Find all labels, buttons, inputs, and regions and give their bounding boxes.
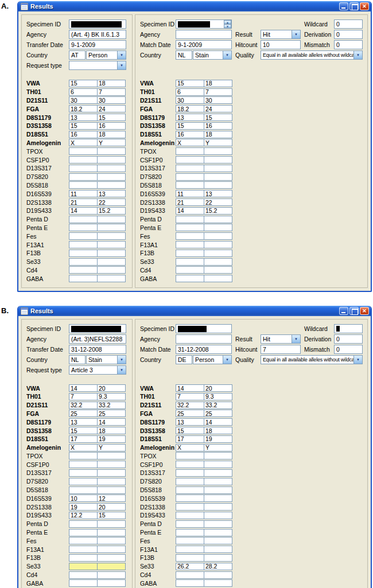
allele-field[interactable] — [176, 181, 204, 189]
allele-field[interactable] — [204, 478, 232, 485]
country-kind-dropdown[interactable]: Stain ▼ — [193, 50, 232, 60]
allele-field[interactable]: 14 — [69, 384, 98, 392]
mismatch-field[interactable]: 0 — [334, 40, 363, 49]
allele-field[interactable] — [97, 478, 126, 485]
allele-field[interactable] — [69, 156, 98, 163]
allele-field[interactable] — [204, 486, 232, 494]
allele-field[interactable] — [176, 537, 204, 544]
allele-field[interactable]: Y — [97, 444, 126, 451]
quality-dropdown[interactable]: Equal in all available alleles without w… — [261, 50, 363, 60]
allele-field[interactable] — [204, 165, 232, 172]
allele-field[interactable]: 6 — [69, 88, 98, 96]
allele-field[interactable] — [97, 537, 126, 544]
allele-field[interactable] — [97, 461, 126, 468]
allele-field[interactable]: X — [176, 139, 204, 146]
allele-field[interactable]: 14 — [69, 207, 98, 215]
wildcard-field[interactable]: 0 — [334, 20, 363, 29]
allele-field[interactable]: 10 — [69, 494, 98, 502]
specimen-id-field[interactable] — [69, 324, 126, 333]
allele-field[interactable]: 15 — [97, 114, 126, 121]
allele-field[interactable]: 15 — [69, 80, 98, 87]
country-code-field[interactable]: DE — [176, 355, 192, 364]
allele-field[interactable] — [97, 469, 126, 477]
allele-field[interactable]: 18 — [97, 427, 126, 434]
allele-field[interactable]: 14 — [176, 207, 204, 215]
allele-field[interactable]: 15 — [69, 122, 98, 130]
allele-field[interactable] — [97, 571, 126, 579]
allele-field[interactable] — [204, 554, 232, 562]
allele-field[interactable] — [69, 520, 98, 528]
allele-field[interactable] — [176, 147, 204, 155]
allele-field[interactable] — [176, 469, 204, 477]
allele-field[interactable]: 25 — [69, 410, 98, 417]
allele-field[interactable] — [176, 266, 204, 274]
allele-field[interactable]: 18 — [97, 131, 126, 138]
allele-field[interactable] — [69, 173, 98, 181]
minimize-button[interactable] — [339, 2, 348, 10]
allele-field[interactable] — [97, 266, 126, 274]
allele-field[interactable]: 13 — [97, 190, 126, 197]
allele-field[interactable] — [69, 266, 98, 274]
allele-field[interactable] — [204, 452, 232, 460]
allele-field[interactable]: 33.2 — [97, 402, 126, 409]
allele-field[interactable] — [204, 173, 232, 181]
allele-field[interactable] — [176, 512, 204, 519]
allele-field[interactable] — [204, 147, 232, 155]
allele-field[interactable] — [69, 165, 98, 172]
country-kind-dropdown[interactable]: Person ▼ — [193, 355, 232, 364]
allele-field[interactable] — [69, 478, 98, 485]
allele-field[interactable] — [176, 520, 204, 528]
country-code-field[interactable]: NL — [69, 355, 86, 364]
titlebar[interactable]: Results ✕ — [18, 1, 371, 11]
allele-field[interactable] — [176, 503, 204, 511]
country-kind-dropdown[interactable]: Stain ▼ — [86, 355, 126, 364]
allele-field[interactable] — [204, 275, 232, 282]
allele-field[interactable] — [204, 494, 232, 502]
allele-field[interactable] — [204, 469, 232, 477]
chevron-down-icon[interactable]: ▼ — [117, 356, 126, 364]
allele-field[interactable] — [97, 165, 126, 172]
allele-field[interactable] — [69, 250, 98, 257]
allele-field[interactable] — [204, 241, 232, 248]
allele-field[interactable]: X — [69, 139, 98, 146]
allele-field[interactable] — [176, 486, 204, 494]
allele-field[interactable] — [176, 173, 204, 181]
allele-field[interactable] — [176, 275, 204, 282]
allele-field[interactable] — [204, 520, 232, 528]
allele-field[interactable] — [176, 165, 204, 172]
allele-field[interactable] — [69, 579, 98, 587]
derivation-field[interactable]: 0 — [334, 30, 363, 39]
hitcount-field[interactable]: 10 — [261, 40, 301, 49]
allele-field[interactable] — [69, 452, 98, 460]
allele-field[interactable] — [204, 216, 232, 223]
allele-field[interactable]: 32.2 — [176, 402, 204, 409]
allele-field[interactable] — [204, 224, 232, 231]
allele-field[interactable]: 14 — [204, 418, 232, 426]
maximize-button[interactable] — [349, 2, 359, 10]
chevron-down-icon[interactable]: ▼ — [353, 356, 362, 364]
allele-field[interactable] — [69, 486, 98, 494]
allele-field[interactable] — [204, 579, 232, 587]
allele-field[interactable] — [176, 216, 204, 223]
transfer-date-field[interactable]: 31-12-2008 — [69, 345, 126, 354]
allele-field[interactable]: 11 — [69, 190, 98, 197]
allele-field[interactable] — [204, 461, 232, 468]
allele-field[interactable] — [97, 241, 126, 248]
allele-field[interactable] — [204, 503, 232, 511]
allele-field[interactable]: 14 — [176, 384, 204, 392]
allele-field[interactable] — [176, 579, 204, 587]
allele-field[interactable] — [204, 537, 232, 544]
minimize-button[interactable] — [339, 307, 348, 315]
allele-field[interactable]: 26.2 — [176, 563, 204, 570]
allele-field[interactable] — [176, 258, 204, 266]
allele-field[interactable] — [69, 529, 98, 536]
specimen-id-spinner[interactable]: ▲ ▼ — [224, 20, 231, 28]
chevron-down-icon[interactable]: ▼ — [292, 30, 300, 38]
allele-field[interactable] — [176, 546, 204, 553]
allele-field[interactable]: 18 — [204, 131, 232, 138]
allele-field[interactable] — [97, 216, 126, 223]
allele-field[interactable] — [176, 250, 204, 257]
allele-field[interactable] — [69, 241, 98, 248]
allele-field[interactable] — [69, 181, 98, 189]
result-dropdown[interactable]: Hit ▼ — [261, 334, 301, 344]
